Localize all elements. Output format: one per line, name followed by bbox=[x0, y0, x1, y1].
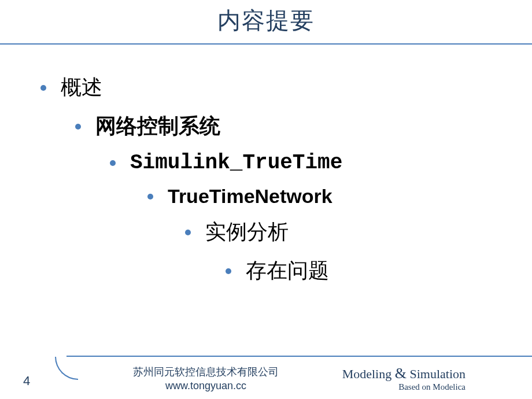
bullet-icon bbox=[75, 124, 81, 130]
slide-title: 内容提要 bbox=[0, 5, 532, 36]
bullet-icon bbox=[147, 194, 153, 200]
list-item: 存在问题 bbox=[226, 257, 532, 285]
bullet-icon bbox=[226, 268, 231, 274]
item-text-truetime: TrueTimeNetwork bbox=[168, 185, 332, 208]
list-item: 概述 bbox=[40, 73, 532, 102]
item-text-problems: 存在问题 bbox=[246, 257, 329, 285]
item-text-overview: 概述 bbox=[61, 73, 102, 102]
item-text-example: 实例分析 bbox=[205, 218, 289, 246]
tagline-sub: Based on Modelica bbox=[342, 382, 466, 392]
page-number: 4 bbox=[23, 374, 30, 389]
bullet-icon bbox=[110, 160, 116, 166]
bullet-icon bbox=[185, 230, 191, 235]
item-text-simulink: Simulink_TrueTime bbox=[130, 151, 342, 175]
footer-divider bbox=[0, 356, 532, 357]
company-name: 苏州同元软控信息技术有限公司 bbox=[133, 365, 279, 379]
list-item: 实例分析 bbox=[185, 218, 532, 246]
tagline-amp: & bbox=[395, 365, 407, 382]
tagline-main: Modeling & Simulation bbox=[342, 365, 466, 382]
footer-curve-icon bbox=[55, 357, 78, 380]
company-block: 苏州同元软控信息技术有限公司 www.tongyuan.cc bbox=[133, 365, 279, 392]
content-area: 概述 网络控制系统 Simulink_TrueTime TrueTimeNetw… bbox=[0, 45, 532, 285]
list-item: 网络控制系统 bbox=[75, 112, 532, 141]
slide-footer: 4 苏州同元软控信息技术有限公司 www.tongyuan.cc Modelin… bbox=[0, 356, 532, 399]
bullet-icon bbox=[40, 85, 46, 91]
list-item: Simulink_TrueTime bbox=[110, 151, 532, 175]
tagline-block: Modeling & Simulation Based on Modelica bbox=[342, 365, 466, 392]
item-text-network-control: 网络控制系统 bbox=[95, 112, 220, 141]
list-item: TrueTimeNetwork bbox=[147, 185, 532, 208]
tagline-part2: Simulation bbox=[407, 367, 466, 381]
slide-header: 内容提要 bbox=[0, 0, 532, 42]
tagline-part1: Modeling bbox=[342, 367, 395, 381]
company-url: www.tongyuan.cc bbox=[133, 380, 279, 392]
